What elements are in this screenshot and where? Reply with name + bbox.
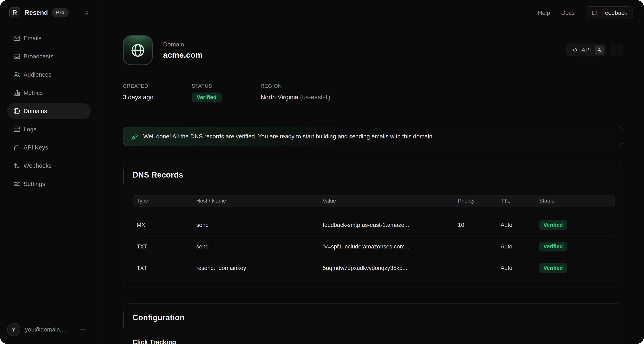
arrows-up-down-icon: [13, 162, 21, 170]
inbox-icon: [13, 52, 21, 60]
click-tracking-label: Click Tracking: [132, 338, 615, 344]
sidebar-item-label: Audiences: [24, 71, 52, 78]
record-host: send: [196, 243, 323, 250]
configuration-title: Configuration: [132, 313, 615, 322]
status-label: STATUS: [192, 83, 260, 89]
user-email: you@domain....: [25, 326, 66, 333]
sidebar-item-label: Broadcasts: [24, 53, 54, 60]
record-type: MX: [136, 222, 196, 228]
section-indicator: [123, 169, 124, 185]
column-priority: Priority: [458, 198, 500, 204]
entity-label: Domain: [163, 41, 203, 48]
keyboard-shortcut-badge: A: [595, 46, 604, 54]
envelope-icon: [13, 34, 21, 42]
meta-status: STATUS Verified: [192, 83, 260, 102]
domain-avatar: [123, 35, 153, 65]
region-value: North Virginia (us-east-1): [260, 94, 330, 101]
banner-message: Well done! All the DNS records are verif…: [143, 133, 434, 140]
region-label: REGION: [260, 83, 330, 89]
record-status-badge: Verified: [539, 220, 567, 230]
users-icon: [13, 71, 21, 78]
ellipsis-icon[interactable]: [80, 326, 86, 333]
table-row[interactable]: TXT resend._domainkey 5uqmdw7qpxudkyvdon…: [136, 257, 615, 278]
workspace-switcher[interactable]: R Resend Pro: [9, 7, 90, 18]
chevron-up-down-icon[interactable]: [83, 9, 90, 16]
docs-link[interactable]: Docs: [561, 10, 574, 16]
sidebar-item-metrics[interactable]: Metrics: [7, 85, 91, 101]
user-menu[interactable]: Y you@domain....: [7, 323, 96, 336]
success-banner: Well done! All the DNS records are verif…: [123, 127, 623, 146]
record-host: resend._domainkey: [196, 265, 323, 271]
globe-icon: [13, 107, 21, 115]
api-button[interactable]: API A: [566, 44, 606, 56]
domain-meta: CREATED 3 days ago STATUS Verified REGIO…: [123, 83, 623, 102]
record-value: 5uqmdw7qpxudkyvdonqzy35kp...: [323, 265, 458, 271]
created-value: 3 days ago: [123, 94, 192, 101]
sidebar-item-api-keys[interactable]: API Keys: [7, 139, 91, 156]
record-value: "v=spf1 include:amazonses.com...: [323, 243, 458, 250]
resend-logo: R: [9, 7, 20, 18]
feedback-label: Feedback: [601, 10, 627, 16]
api-button-label: API: [582, 46, 591, 54]
meta-region: REGION North Virginia (us-east-1): [260, 83, 330, 102]
sidebar-item-label: Settings: [24, 180, 45, 187]
dns-table: Type Host / Name Value Priority TTL Stat…: [132, 195, 615, 278]
domain-page: Domain acme.com API A: [97, 0, 644, 344]
created-label: CREATED: [123, 83, 192, 89]
region-code: (us-east-1): [300, 94, 330, 100]
main-content: Help Docs Feedback Dom: [97, 0, 644, 344]
sidebar-item-audiences[interactable]: Audiences: [7, 66, 91, 83]
party-popper-icon: [131, 132, 138, 140]
page-actions: API A: [566, 44, 623, 56]
more-options-button[interactable]: [611, 44, 623, 56]
globe-icon: [130, 42, 146, 58]
lock-icon: [13, 144, 21, 152]
resend-logo-glyph: R: [12, 9, 18, 16]
record-host: send: [196, 222, 323, 228]
page-title: acme.com: [163, 50, 203, 60]
sidebar-item-logs[interactable]: Logs: [7, 121, 91, 138]
region-name: North Virginia: [260, 94, 298, 100]
sidebar-item-domains[interactable]: Domains: [7, 103, 91, 119]
dns-table-body: MX send feedback-smtp.us-east-1.amazo...…: [132, 214, 615, 278]
sidebar-item-label: Emails: [24, 35, 42, 42]
meta-created: CREATED 3 days ago: [123, 83, 192, 102]
sidebar-item-broadcasts[interactable]: Broadcasts: [7, 48, 91, 65]
sidebar-item-label: Webhooks: [24, 162, 52, 169]
chat-bubble-icon: [591, 10, 598, 16]
table-row[interactable]: TXT send "v=spf1 include:amazonses.com..…: [136, 236, 615, 257]
sidebar-item-settings[interactable]: Settings: [7, 176, 91, 192]
sidebar-item-emails[interactable]: Emails: [7, 30, 91, 46]
record-ttl: Auto: [500, 222, 539, 228]
feedback-button[interactable]: Feedback: [586, 6, 633, 19]
record-ttl: Auto: [500, 265, 539, 271]
column-ttl: TTL: [500, 198, 539, 204]
column-status: Status: [539, 198, 614, 204]
avatar: Y: [7, 323, 20, 336]
sidebar-item-webhooks[interactable]: Webhooks: [7, 158, 91, 174]
record-type: TXT: [136, 243, 196, 250]
topbar: Help Docs Feedback: [538, 6, 633, 19]
dns-records-card: DNS Records Type Host / Name Value Prior…: [123, 161, 623, 288]
sidebar-nav: Emails Broadcasts Audiences Metrics Doma…: [7, 30, 96, 194]
sidebar-item-label: Domains: [24, 108, 47, 114]
plan-badge: Pro: [52, 8, 69, 17]
page-header: Domain acme.com API A: [123, 35, 623, 65]
column-type: Type: [136, 198, 196, 204]
record-status-badge: Verified: [539, 242, 567, 252]
workspace-name: Resend: [25, 9, 48, 16]
bar-chart-icon: [13, 89, 21, 97]
record-status-badge: Verified: [539, 263, 567, 273]
record-priority: 10: [458, 222, 500, 228]
avatar-initial: Y: [12, 326, 16, 333]
sidebar-item-label: Metrics: [24, 90, 43, 96]
dns-records-title: DNS Records: [132, 170, 615, 179]
sidebar-item-label: API Keys: [24, 144, 48, 151]
record-ttl: Auto: [500, 243, 539, 250]
app-window: R Resend Pro Emails Broadcasts Audiences: [0, 0, 644, 344]
column-host-name: Host / Name: [196, 198, 323, 204]
table-row[interactable]: MX send feedback-smtp.us-east-1.amazo...…: [136, 214, 615, 236]
help-link[interactable]: Help: [538, 10, 550, 16]
code-icon: [572, 47, 578, 53]
record-type: TXT: [136, 265, 196, 271]
